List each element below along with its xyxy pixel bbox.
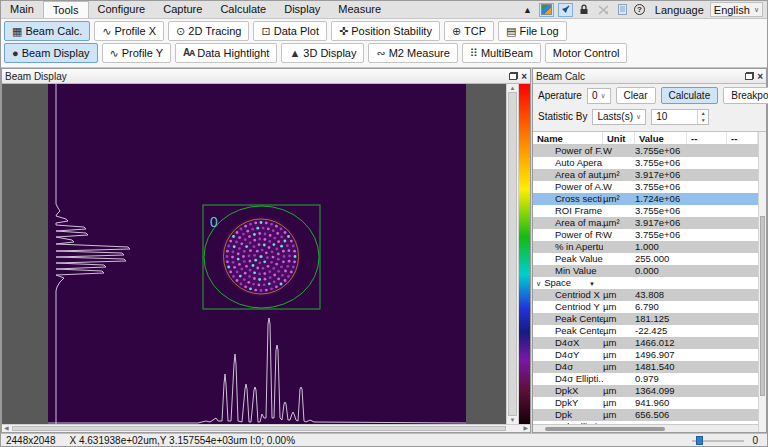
toolbar-button-beam-display[interactable]: ●Beam Display [4, 43, 98, 63]
scroll-right-icon[interactable]: ▶ [523, 425, 528, 432]
table-row-cross-secti[interactable]: Cross secti...µm²1.724e+06 [533, 193, 758, 205]
help-icon[interactable]: ? [634, 4, 645, 15]
toolbar-button-label: 2D Tracing [188, 25, 241, 37]
table-horizontal-scrollbar[interactable] [533, 424, 758, 432]
scrollbar-thumb[interactable] [12, 426, 506, 431]
table-row-d4[interactable]: D4σµm1481.540 [533, 361, 758, 373]
table-row-d4-x[interactable]: D4σXµm1466.012 [533, 337, 758, 349]
toolbar-button-data-plot[interactable]: ⊡Data Plot [253, 21, 326, 41]
lock-icon[interactable] [577, 3, 592, 17]
collapse-chevron-icon[interactable]: ∨ [536, 280, 541, 287]
close-icon[interactable]: × [521, 72, 527, 81]
profile-icon: ∿ [102, 26, 111, 37]
table-row-dpk[interactable]: Dpkµm656.506 [533, 409, 758, 421]
scroll-up-icon[interactable]: ▲ [507, 85, 518, 91]
cell-stat-2 [727, 397, 758, 409]
pin-icon[interactable] [558, 3, 573, 17]
cell-value: 1.000 [635, 241, 687, 253]
table-row-min-value[interactable]: Min Value0.000 [533, 265, 758, 277]
toolbar-button-motor-control[interactable]: Motor Control [545, 43, 628, 63]
table-group-row-space[interactable]: ∨Space▼ [533, 277, 758, 289]
collapse-toolbar-icon[interactable]: ▲ [520, 3, 535, 17]
cell-stat-1 [687, 289, 727, 301]
clear-button[interactable]: Clear [616, 87, 656, 104]
table-row-in-aperture[interactable]: % in Aperture1.000 [533, 241, 758, 253]
table-row-dpkx[interactable]: DpkXµm1364.099 [533, 385, 758, 397]
table-row-peak-cente[interactable]: Peak Cente...µm181.125 [533, 313, 758, 325]
column-header-stat[interactable]: -- [727, 132, 758, 144]
table-row-d4-y[interactable]: D4σYµm1496.907 [533, 349, 758, 361]
toolbar-button-position-stability[interactable]: ✜Position Stability [331, 21, 440, 41]
toolbar-button-2d-tracing[interactable]: ⊙2D Tracing [168, 21, 249, 41]
table-row-d4-ellipti[interactable]: D4σ Ellipti...0.979 [533, 373, 758, 385]
table-row-auto-apera[interactable]: Auto Apera...3.755e+06 [533, 157, 758, 169]
table-row-peak-value[interactable]: Peak Value255.000 [533, 253, 758, 265]
resolution-text: 2448x2048 [6, 435, 56, 446]
frame-slider[interactable] [692, 435, 744, 446]
restore-icon[interactable] [509, 72, 518, 80]
menu-item-calculate[interactable]: Calculate [211, 1, 275, 18]
statistic-count-stepper[interactable]: 10 ▲ ▼ [651, 109, 709, 125]
tracing-icon: ⊙ [176, 26, 185, 37]
column-header-stat[interactable]: -- [687, 132, 727, 144]
table-row-area-of-ma[interactable]: Area of ma...µm²3.917e+06 [533, 217, 758, 229]
column-header-name[interactable]: Name [533, 132, 603, 144]
cell-stat-2 [727, 169, 758, 181]
scrollbar-thumb[interactable] [508, 92, 517, 416]
menu-item-measure[interactable]: Measure [329, 1, 390, 18]
toolbar-button-label: Profile Y [122, 47, 163, 59]
cell-name: Cross secti... [533, 193, 603, 205]
table-row-power-of-roi[interactable]: Power of ROIW3.755e+06 [533, 229, 758, 241]
toolbar-button-tcp[interactable]: ⊕TCP [444, 21, 494, 41]
toolbar-button-profile-y[interactable]: ∿Profile Y [102, 43, 172, 63]
toolbar-button-file-log[interactable]: ▤File Log [498, 21, 567, 41]
scrollbar-thumb[interactable] [760, 216, 765, 396]
menu-item-main[interactable]: Main [1, 1, 43, 18]
cell-stat-2 [727, 301, 758, 313]
spin-down-icon[interactable]: ▼ [698, 117, 708, 124]
column-header-unit[interactable]: Unit [603, 132, 635, 144]
table-row-peak-cente[interactable]: Peak Cente...µm-22.425 [533, 325, 758, 337]
menu-item-display[interactable]: Display [275, 1, 329, 18]
toolbar-button-data-hightlight[interactable]: AᴀData Hightlight [175, 43, 277, 63]
table-row-dpky[interactable]: DpkYµm941.960 [533, 397, 758, 409]
beam-canvas[interactable]: 0 [2, 84, 506, 424]
close-icon[interactable]: × [757, 72, 763, 81]
toolbar-button-3d-display[interactable]: ▲3D Display [281, 43, 364, 63]
beam-vertical-scrollbar[interactable]: ▲ ▼ [506, 84, 518, 424]
restore-icon[interactable] [745, 72, 754, 80]
table-row-roi-frame[interactable]: ROI Frame3.755e+06 [533, 205, 758, 217]
beam-horizontal-scrollbar[interactable]: ◀ ▶ [2, 424, 530, 432]
language-select[interactable]: English ∨ [710, 2, 763, 17]
table-row-power-of-f[interactable]: Power of F...W3.755e+06 [533, 145, 758, 157]
statistic-mode-select[interactable]: Lasts(s) ∨ [592, 109, 646, 125]
aperture-select[interactable]: 0 ∨ [587, 88, 611, 104]
calculate-button[interactable]: Calculate [661, 87, 719, 104]
toolbar-button-profile-x[interactable]: ∿Profile X [94, 21, 164, 41]
crossed-arrows-icon[interactable] [596, 3, 611, 17]
colormap-icon[interactable] [539, 3, 554, 17]
column-header-value[interactable]: Value [635, 132, 687, 144]
breakpoint-button[interactable]: Breakpoint [723, 87, 768, 104]
cell-unit: W [603, 181, 635, 193]
results-table: NameUnitValue---- Power of F...W3.755e+0… [533, 131, 766, 432]
table-row-centriod-y[interactable]: Centriod Yµm6.790 [533, 301, 758, 313]
scroll-down-icon[interactable]: ▼ [507, 417, 518, 423]
scroll-left-icon[interactable]: ◀ [4, 425, 9, 432]
table-row-area-of-aut[interactable]: Area of aut...µm²3.917e+06 [533, 169, 758, 181]
table-vertical-scrollbar[interactable] [758, 132, 766, 432]
table-row-centriod-x[interactable]: Centriod Xµm43.808 [533, 289, 758, 301]
toolbar-button-multibeam[interactable]: ⠿MultiBeam [462, 43, 541, 63]
spin-up-icon[interactable]: ▲ [698, 110, 708, 117]
menu-item-capture[interactable]: Capture [154, 1, 211, 18]
table-row-power-of-a[interactable]: Power of A...W3.755e+06 [533, 181, 758, 193]
slider-thumb[interactable] [696, 436, 703, 445]
toolbar-button-m2-measure[interactable]: ∾M2 Measure [368, 43, 457, 63]
cell-stat-1 [687, 277, 727, 289]
toolbar-button-beam-calc[interactable]: ▦Beam Calc. [4, 21, 90, 41]
cell-stat-1 [687, 157, 727, 169]
menu-item-tools[interactable]: Tools [43, 1, 89, 18]
file-icon[interactable] [615, 3, 630, 17]
menu-item-configure[interactable]: Configure [89, 1, 155, 18]
scrollbar-thumb[interactable] [545, 427, 665, 431]
